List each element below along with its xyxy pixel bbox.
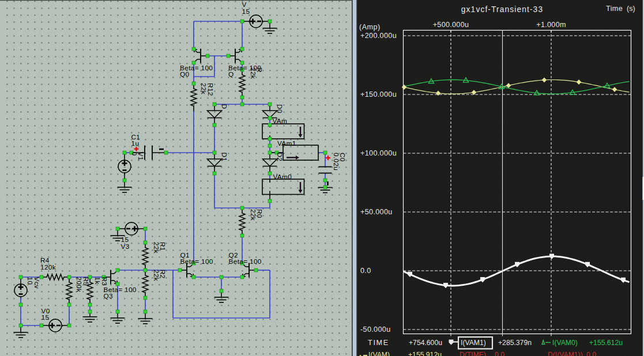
svg-text:0.0: 0.0: [586, 351, 596, 356]
svg-text:+200.000u: +200.000u: [360, 32, 397, 40]
svg-text:D: D: [220, 104, 228, 109]
svg-text:I(VAM1): I(VAM1): [461, 339, 486, 347]
svg-text:15: 15: [42, 313, 50, 321]
svg-text:1u: 1u: [131, 139, 140, 147]
svg-text:(s): (s): [627, 5, 635, 13]
svg-text:gx1vcf-Transient-33: gx1vcf-Transient-33: [461, 5, 543, 14]
svg-text:(Amp): (Amp): [359, 23, 381, 31]
svg-text:22k: 22k: [152, 270, 160, 281]
svg-text:V3: V3: [121, 243, 130, 251]
svg-text:I(VAM): I(VAM): [368, 351, 390, 356]
svg-text:10: 10: [26, 277, 34, 285]
svg-text:Q0: Q0: [180, 70, 190, 78]
svg-text:I(VAM0): I(VAM0): [552, 339, 578, 347]
svg-text:VAm0: VAm0: [273, 173, 292, 181]
svg-text:Time: Time: [606, 5, 623, 13]
svg-text:22k: 22k: [152, 242, 160, 253]
svg-text:+150.000u: +150.000u: [360, 90, 397, 99]
svg-text:+155.912u: +155.912u: [408, 351, 442, 356]
svg-text:-50.000u: -50.000u: [360, 325, 391, 334]
svg-text:+500.000u: +500.000u: [433, 21, 469, 29]
svg-text:Q: Q: [228, 70, 234, 78]
svg-text:22k: 22k: [199, 83, 208, 94]
svg-text:0: 0: [130, 152, 138, 156]
svg-text:+100.000u: +100.000u: [360, 149, 397, 157]
svg-text:0.0: 0.0: [360, 267, 371, 275]
svg-text:D(I(VAM1)): D(I(VAM1)): [548, 351, 583, 356]
svg-text:D1: D1: [220, 153, 228, 162]
svg-text:Q3: Q3: [104, 292, 114, 300]
svg-text:120k: 120k: [40, 263, 56, 271]
svg-text:Beta= 100: Beta= 100: [180, 257, 213, 266]
svg-text:Beta= 100: Beta= 100: [229, 257, 262, 266]
svg-text:15: 15: [242, 7, 250, 16]
svg-text:+285.379n: +285.379n: [498, 339, 532, 347]
svg-text:0.0: 0.0: [495, 351, 504, 356]
svg-text:VAm: VAm: [273, 117, 288, 125]
svg-text:VAm1: VAm1: [277, 139, 296, 147]
svg-text:+155.612u: +155.612u: [589, 339, 623, 347]
svg-text:22k: 22k: [249, 67, 257, 79]
svg-text:+1.000m: +1.000m: [536, 21, 566, 29]
svg-text:D(TIME): D(TIME): [460, 351, 486, 356]
svg-text:+754.600u: +754.600u: [409, 339, 442, 347]
svg-text:+50.000u: +50.000u: [360, 208, 393, 216]
svg-text:D0: D0: [276, 104, 284, 113]
svg-text:200k: 200k: [75, 277, 83, 293]
svg-text:22k: 22k: [249, 209, 257, 221]
svg-text:1k: 1k: [93, 277, 101, 285]
svg-text:TIME: TIME: [368, 339, 389, 347]
svg-text:0.02u: 0.02u: [332, 153, 340, 171]
svg-text:D2: D2: [276, 153, 284, 162]
